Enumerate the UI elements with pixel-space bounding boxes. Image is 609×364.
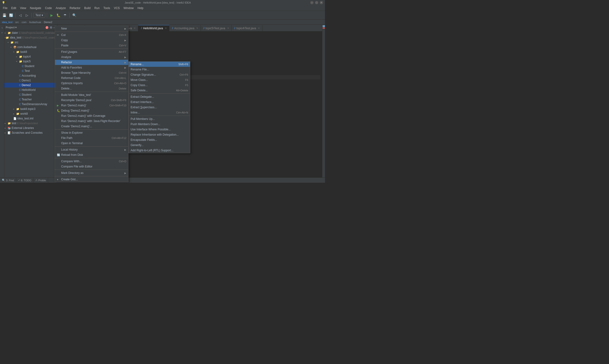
tree-item-student-topic5[interactable]: C Student (4, 64, 58, 68)
menu-code[interactable]: Code (43, 5, 54, 11)
tree-item-task8[interactable]: ▾ 📁 task8 (4, 50, 58, 54)
bottom-tab-find[interactable]: 🔍 3: Find (0, 178, 16, 183)
tree-item-task8topic3[interactable]: ▸ 📁 task8.topic3 (4, 107, 58, 111)
menu-refactor[interactable]: Refactor (68, 5, 82, 11)
redo-button[interactable]: ▷ (24, 12, 30, 18)
ctx-copy[interactable]: Copy ▶ (55, 38, 128, 43)
breadcrumb-part-project[interactable]: idea_test (2, 21, 13, 24)
sub-replace-inheritance[interactable]: Replace Inheritance with Delegation... (129, 132, 190, 137)
search-button[interactable]: 🔍 (71, 12, 77, 18)
menu-build[interactable]: Build (82, 5, 92, 11)
ctx-run[interactable]: ▶ Run 'Demo2.main()' Ctrl+Shift+F10 (55, 103, 128, 108)
ctx-analyze[interactable]: Analyze ▶ (55, 54, 128, 60)
sub-generify[interactable]: Generify... (129, 143, 190, 148)
ctx-run-flight[interactable]: Run 'Demo2.main()' with 'Java Flight Rec… (55, 118, 128, 124)
ctx-delete[interactable]: Delete... Delete (55, 86, 128, 91)
ctx-debug[interactable]: 🐛 Debug 'Demo2.main()' (55, 108, 128, 113)
project-tool-button[interactable]: P (0, 26, 4, 30)
menu-navigate[interactable]: Navigate (28, 5, 43, 11)
ctx-create[interactable]: Create 'Demo2.main()'... (55, 124, 128, 129)
sub-rtl-support[interactable]: Add Right-to-Left (RTL) Support... (129, 148, 190, 153)
expand-all-icon[interactable]: ⚙ (50, 26, 52, 29)
maximize-button[interactable]: □ (315, 1, 318, 4)
tab-accounting[interactable]: J Accounting.java ✕ (169, 25, 201, 31)
ctx-file-path[interactable]: File Path Ctrl+Alt+F12 (55, 135, 128, 141)
ctx-paste[interactable]: Paste Ctrl+V (55, 43, 128, 48)
ctx-reload[interactable]: 🔄 Reload from Disk (55, 152, 128, 157)
tree-item-src[interactable]: ▾ 📁 src (4, 40, 58, 45)
ctx-local-history[interactable]: Local History ▶ (55, 147, 128, 152)
ctx-find-usages[interactable]: Find Usages Alt+F7 (55, 49, 128, 54)
tab-helloworld[interactable]: J HelloWorld.java ✕ (138, 25, 169, 31)
sub-rename[interactable]: Rename... Shift+F6 (129, 62, 190, 67)
ctx-add-favorites[interactable]: Add to Favorites ▶ (55, 65, 128, 70)
sub-encapsulate-fields[interactable]: Encapsulate Fields... (129, 137, 190, 143)
ctx-new[interactable]: New ▶ (55, 26, 128, 31)
tree-item-twodimensionarray[interactable]: C TwoDimensionArray (4, 102, 58, 107)
tree-item-helloworld[interactable]: C HelloWorld (4, 88, 58, 92)
tree-item-demo2[interactable]: C Demo2 (4, 83, 58, 88)
ctx-browse-hierarchy[interactable]: Browse Type Hierarchy Ctrl+H (55, 70, 128, 75)
menu-run[interactable]: Run (92, 5, 102, 11)
ctx-cut[interactable]: ✂ Cut Ctrl+X (55, 32, 128, 38)
sub-extract-superclass[interactable]: Extract Superclass... (129, 105, 190, 110)
tree-item-topic5[interactable]: ▾ 📁 topic5 (4, 59, 58, 64)
tab-close-icon[interactable]: ✕ (227, 27, 229, 29)
save-all-button[interactable]: 💾 (1, 12, 7, 18)
ctx-build-module[interactable]: Build Module 'idea_test' (55, 92, 128, 98)
menu-edit[interactable]: Edit (9, 5, 18, 11)
tree-item-scratches[interactable]: ▸ 📝 Scratches and Consoles (4, 130, 58, 135)
debug-button[interactable]: 🐛 (55, 12, 61, 18)
tab-close-icon[interactable]: ✕ (165, 27, 167, 29)
bottom-tab-problems[interactable]: ⚠ Proble (33, 178, 48, 183)
tab-close-icon[interactable]: ✕ (196, 27, 198, 29)
ctx-open-terminal[interactable]: Open in Terminal (55, 141, 128, 146)
breadcrumb-part-src[interactable]: src (15, 21, 19, 24)
locate-file-icon[interactable]: 🎯 (45, 26, 49, 29)
sub-rename-file[interactable]: Rename File... (129, 67, 190, 72)
tab-close-icon[interactable]: ✕ (134, 27, 136, 29)
tree-item-test-topic5[interactable]: C Test (4, 68, 58, 73)
breadcrumb-part-liudashuai[interactable]: liudashuai (29, 21, 41, 24)
breadcrumb-part-demo2[interactable]: Demo2 (44, 21, 52, 24)
ctx-create-gist[interactable]: ● Create Gist... (55, 177, 128, 182)
tree-item-accounting[interactable]: C Accounting (4, 73, 58, 78)
menu-window[interactable]: Window (122, 5, 136, 11)
tree-item-demo1[interactable]: C Demo1 (4, 78, 58, 83)
tree-item-daier[interactable]: ▸ 📁 daier E:\IdeaProjects\JavaSE_code\da… (4, 30, 58, 35)
ctx-compare-with[interactable]: Compare With... Ctrl+D (55, 159, 128, 164)
run-button[interactable]: ▶ (49, 12, 54, 18)
ctx-refactor[interactable]: Refactor ▶ (55, 60, 128, 65)
tab-close-icon[interactable]: ✕ (258, 27, 260, 29)
sub-extract-delegate[interactable]: Extract Delegate... (129, 94, 190, 99)
tree-item-com-liudashuai[interactable]: ▾ 📦 com.liudashuai (4, 45, 58, 50)
tree-item-test-root[interactable]: ▸ 📁 test E:\IdeaProjects\test (4, 121, 58, 126)
ctx-reformat[interactable]: Reformat Code Ctrl+Alt+L (55, 75, 128, 81)
tree-item-idea-test[interactable]: ▾ 📁 idea_test E:\IdeaProjects\JavaSE_cod… (4, 35, 58, 40)
tab-topic4-test[interactable]: J topic4\Test.java ✕ (232, 25, 263, 31)
structure-tool-button[interactable]: S (0, 31, 4, 35)
run-coverage-button[interactable]: ☂ (62, 12, 68, 18)
sub-copy-class[interactable]: Copy Class... F5 (129, 83, 190, 88)
tree-item-iml[interactable]: 📄 idea_test.iml (4, 116, 58, 121)
sub-push-down[interactable]: Push Members Down... (129, 122, 190, 127)
ctx-optimize-imports[interactable]: Optimize Imports Ctrl+Alt+O (55, 81, 128, 86)
menu-analyze[interactable]: Analyze (54, 5, 68, 11)
ctx-run-coverage[interactable]: Run 'Demo2.main()' with Coverage (55, 113, 128, 118)
sub-inline[interactable]: Inline... Ctrl+Alt+N (129, 110, 190, 115)
sub-extract-interface[interactable]: Extract Interface... (129, 99, 190, 105)
tree-item-student[interactable]: C Student (4, 92, 58, 97)
sub-move-class[interactable]: Move Class... F6 (129, 77, 190, 83)
tree-item-external-libs[interactable]: ▸ 📚 External Libraries (4, 126, 58, 130)
ctx-show-explorer[interactable]: Show in Explorer (55, 130, 128, 135)
undo-button[interactable]: ◁ (17, 12, 23, 18)
menu-vcs[interactable]: VCS (112, 5, 122, 11)
sub-change-signature[interactable]: Change Signature... Ctrl+F6 (129, 72, 190, 77)
tree-item-topic4[interactable]: ▸ 📁 topic4 (4, 54, 58, 59)
ctx-recompile[interactable]: Recompile 'Demo2.java' Ctrl+Shift+F9 (55, 98, 128, 103)
sub-pull-up[interactable]: Pull Members Up... (129, 116, 190, 122)
ctx-mark-directory[interactable]: Mark Directory as ▶ (55, 170, 128, 176)
bottom-tab-todo[interactable]: ✓ 6: TODO (16, 178, 34, 183)
sub-use-interface[interactable]: Use Interface Where Possible... (129, 127, 190, 132)
tree-item-work8[interactable]: ▸ 📁 work8 (4, 111, 58, 116)
